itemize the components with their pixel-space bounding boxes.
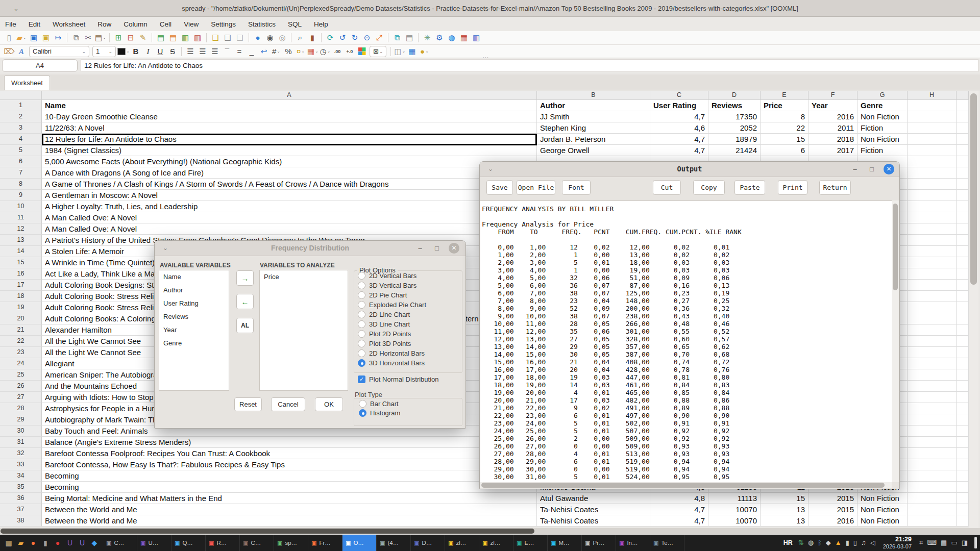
wrap-text-icon[interactable]: ↩ (258, 46, 270, 57)
cell-F3[interactable]: 2011 (808, 122, 857, 134)
cell-F1[interactable]: Year (808, 100, 857, 111)
cell-x36[interactable] (957, 493, 969, 504)
menu-file[interactable]: File (5, 20, 16, 28)
vpn-icon[interactable]: ⇅ (798, 539, 804, 546)
cell-A33[interactable]: Barefoot Contessa, How Easy Is That?: Fa… (42, 459, 537, 470)
grid-vertical-scrollbar[interactable] (969, 91, 978, 528)
cut-button[interactable]: Cut (653, 180, 681, 195)
grid-vertical-scrollbar-thumb[interactable] (970, 93, 977, 285)
print-button[interactable]: Print (778, 180, 807, 195)
insert-cell-icon[interactable]: ⊞ (112, 33, 125, 43)
taskbar-window-q[interactable]: ▣Q… (172, 535, 206, 551)
column-header-B[interactable]: B (537, 91, 650, 100)
cell-F5[interactable]: 2017 (808, 145, 857, 156)
column-header-filler[interactable] (957, 91, 969, 100)
menu-settings[interactable]: Settings (211, 20, 236, 28)
cell-B36[interactable]: Atul Gawande (537, 493, 650, 504)
cell-x2[interactable] (957, 111, 969, 122)
currency-format-icon[interactable]: ¤⌄ (295, 46, 307, 57)
new-file-icon[interactable]: ▯ (3, 33, 15, 43)
cell-x14[interactable] (957, 246, 969, 257)
radio-exploded-pie-chart[interactable]: Exploded Pie Chart (358, 301, 426, 309)
move-left-button[interactable]: ← (236, 294, 254, 309)
return-button[interactable]: Return (819, 180, 851, 195)
cell-H37[interactable] (908, 504, 957, 515)
row-header-11[interactable]: 11 (0, 212, 42, 223)
taskbar-window-c[interactable]: ▣C… (240, 535, 274, 551)
row-header-24[interactable]: 24 (0, 358, 42, 369)
cell-D2[interactable]: 17350 (708, 111, 761, 122)
output-minimize-icon[interactable]: – (850, 164, 860, 174)
usb-icon[interactable]: ◨ (962, 539, 968, 546)
dialog-maximize-icon[interactable]: □ (432, 243, 442, 254)
borders-icon[interactable]: ◫⌄ (394, 46, 406, 57)
taskbar-window-te[interactable]: ▣Te… (650, 535, 684, 551)
bluetooth-icon[interactable]: ᛒ (818, 539, 822, 546)
exit-icon[interactable]: ▮ (306, 33, 318, 43)
valign-bottom-icon[interactable]: _ (246, 46, 258, 57)
cell-A37[interactable]: Between the World and Me (42, 504, 537, 515)
taskbar-window-d[interactable]: ▣D… (411, 535, 445, 551)
cell-H16[interactable] (908, 268, 957, 280)
column-header-A[interactable]: A (42, 91, 537, 100)
cell-H19[interactable] (908, 302, 957, 313)
output-horizontal-scrollbar[interactable] (480, 482, 892, 488)
cell-x10[interactable] (957, 201, 969, 212)
cell-E2[interactable]: 8 (761, 111, 808, 122)
ok-button[interactable]: OK (315, 397, 343, 411)
row-header-31[interactable]: 31 (0, 437, 42, 448)
row-header-27[interactable]: 27 (0, 392, 42, 403)
title-bar[interactable]: ⌄ spready - "/home/zlatko/Dokumenti/(Un)… (0, 0, 980, 17)
dialog-minimize-icon[interactable]: – (415, 243, 425, 254)
delete-row-icon[interactable]: ▤ (167, 33, 179, 43)
cell-H10[interactable] (908, 201, 957, 212)
time-format-icon[interactable]: ◷⌄ (319, 46, 331, 57)
cell-A34[interactable]: Becoming (42, 470, 537, 482)
cell-A7[interactable]: A Dance with Dragons (A Song of Ice and … (42, 167, 537, 179)
cell-B1[interactable]: Author (537, 100, 650, 111)
redo-icon[interactable]: ↻ (349, 33, 361, 43)
cell-C5[interactable]: 4,7 (650, 145, 708, 156)
delete-cell-icon[interactable]: ⊟ (125, 33, 137, 43)
delete-column-icon[interactable]: ▥ (191, 33, 204, 43)
dialog-title-bar[interactable]: ⌄ Frequency Distribution – □ ✕ (155, 241, 465, 256)
cell-x5[interactable] (957, 145, 969, 156)
taskbar-window-zl[interactable]: ▣zl… (479, 535, 513, 551)
decrease-decimals-icon[interactable]: .00 (331, 46, 344, 57)
export-icon[interactable]: ↦ (52, 33, 64, 43)
row-header-3[interactable]: 3 (0, 122, 42, 134)
font-color-swatch[interactable]: ⌄ (117, 46, 130, 57)
cell-A31[interactable]: Balance (Angie's Extreme Stress Menders) (42, 437, 537, 448)
cell-H21[interactable] (908, 324, 957, 336)
table-icon[interactable]: ▦ (406, 46, 418, 57)
web-search-icon[interactable]: ◍ (446, 33, 458, 43)
cell-H25[interactable] (908, 369, 957, 381)
radio-histogram[interactable]: Histogram (359, 409, 400, 417)
cell-A9[interactable]: A Gentleman in Moscow: A Novel (42, 190, 537, 201)
cell-H17[interactable] (908, 280, 957, 291)
taskbar-window-r[interactable]: ▣R… (206, 535, 240, 551)
font-family-select[interactable]: Calibri⌄ (29, 46, 89, 57)
insert-row-icon[interactable]: ▤ (155, 33, 167, 43)
menu-help[interactable]: Help (314, 20, 328, 28)
cell-C2[interactable]: 4,7 (650, 111, 708, 122)
cell-A6[interactable]: 5,000 Awesome Facts (About Everything!) … (42, 156, 537, 167)
cell-x16[interactable] (957, 268, 969, 280)
column-header-H[interactable]: H (908, 91, 957, 100)
cell-x3[interactable] (957, 122, 969, 134)
firefox-icon[interactable]: ● (29, 538, 38, 547)
cell-G38[interactable]: Non Fiction (857, 515, 908, 527)
valign-top-icon[interactable]: ¯ (221, 46, 233, 57)
cell-H23[interactable] (908, 347, 957, 358)
row-header-29[interactable]: 29 (0, 414, 42, 425)
output-maximize-icon[interactable]: □ (867, 164, 877, 174)
cell-B3[interactable]: Stephen King (537, 122, 650, 134)
row-header-34[interactable]: 34 (0, 470, 42, 482)
cell-x17[interactable] (957, 280, 969, 291)
cell-G4[interactable]: Non Fiction (857, 134, 908, 145)
app-u1-icon[interactable]: U (65, 538, 75, 547)
menu-cell[interactable]: Cell (160, 20, 172, 28)
cut-icon[interactable]: ✂ (82, 33, 94, 43)
taskbar-clock[interactable]: 21:29 2026-03-07 (883, 536, 912, 549)
files-icon[interactable]: ▰ (16, 538, 26, 547)
